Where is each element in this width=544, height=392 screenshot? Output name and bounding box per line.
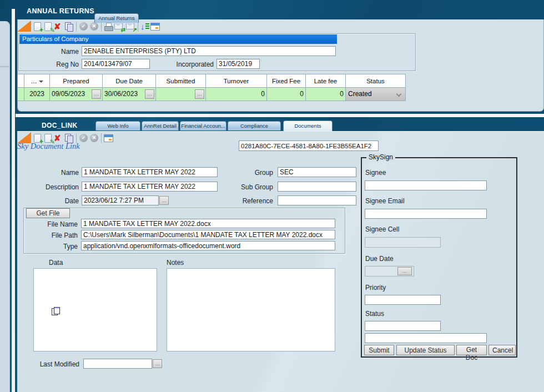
submitted-date-picker-button[interactable]: … [195, 89, 204, 99]
cancel-button[interactable]: Cancel [488, 345, 516, 355]
sub-group-field[interactable] [278, 182, 356, 192]
file-name-field[interactable] [81, 219, 335, 228]
signee-email-label: Signee Email [365, 197, 405, 205]
last-modified-label: Last Modified [18, 360, 79, 368]
company-name-field[interactable] [82, 46, 336, 56]
printer-icon [104, 26, 113, 31]
file-type-field[interactable] [81, 241, 335, 250]
tab-compliance[interactable]: Compliance [228, 121, 281, 130]
envelope-icon [126, 23, 134, 26]
last-modified-field[interactable] [83, 359, 152, 369]
skysign-due-date-picker-button[interactable]: … [397, 267, 412, 275]
show-form-button[interactable] [150, 21, 160, 32]
name-label: Name [18, 169, 79, 177]
priority-label: Priority [365, 284, 386, 292]
tab-annret-detail[interactable]: AnnRet Detail [142, 121, 179, 130]
skysign-status-field[interactable] [365, 321, 441, 331]
reg-no-field[interactable] [82, 59, 150, 69]
date-picker-button[interactable]: … [159, 196, 169, 205]
fold-corner-icon [17, 21, 31, 32]
date-field[interactable] [82, 195, 159, 205]
company-name-label: Name [17, 48, 79, 56]
priority-field[interactable] [365, 295, 441, 305]
grid-header-due-date[interactable]: Due Date [103, 74, 156, 88]
skysign-title: SkySign [366, 153, 395, 161]
date-label: Date [18, 197, 79, 205]
grid-header-status[interactable]: Status [346, 74, 406, 88]
edit-record-button[interactable]: ✎ [43, 21, 53, 32]
notes-box[interactable] [167, 268, 335, 351]
dock-panel-divider [0, 66, 9, 67]
x-circle-icon: ✕ [90, 22, 98, 31]
list-bars-icon [145, 23, 149, 24]
prepared-date-picker-button[interactable]: … [92, 89, 101, 99]
file-path-field[interactable] [81, 230, 335, 239]
delete-record-button[interactable]: ✘ [53, 21, 64, 32]
skysign-message-field[interactable] [365, 333, 487, 343]
delete-x-icon: ✘ [54, 21, 61, 32]
status-cell[interactable]: Created [346, 88, 406, 101]
collapsed-dock-panel[interactable] [0, 21, 10, 392]
paste-data-icon[interactable] [52, 307, 61, 316]
window-icon [104, 135, 113, 137]
grid-header-fixed-fee[interactable]: Fixed Fee [267, 74, 306, 88]
application-window: ANNUAL RETURNS Annual Returns + ✎ ✘ ✓ ✕ … [0, 0, 544, 392]
due-date-picker-button[interactable]: … [145, 89, 154, 99]
signee-cell-field[interactable] [365, 237, 441, 248]
description-field[interactable] [82, 182, 218, 192]
get-doc-button[interactable]: Get Doc [456, 345, 487, 355]
vertical-splitter[interactable] [12, 9, 15, 392]
grid-header-prepared[interactable]: Prepared [50, 74, 103, 88]
grid-header-late-fee[interactable]: Late fee [306, 74, 346, 88]
tab-financial-accounts[interactable]: Financial Accoun... [180, 121, 226, 130]
submitted-cell[interactable]: … [156, 88, 206, 101]
tab-web-info[interactable]: Web Info [95, 121, 140, 130]
row-selector-cell[interactable] [17, 88, 24, 101]
sort-descending-button[interactable]: ↓ [140, 21, 150, 32]
grid-header-turnover[interactable]: Turnover [206, 74, 267, 88]
show-form-button[interactable] [103, 133, 114, 143]
signee-email-field[interactable] [365, 209, 487, 219]
toolbar-separator [101, 133, 102, 143]
late-fee-cell[interactable]: 0 [306, 88, 346, 101]
copy-record-button[interactable] [64, 21, 74, 32]
submit-button[interactable]: Submit [364, 345, 394, 355]
last-modified-picker-button[interactable]: … [153, 359, 162, 368]
file-type-label: Type [22, 243, 78, 250]
update-status-button[interactable]: Update Status [396, 345, 455, 355]
prepared-cell[interactable]: 09/05/2023… [50, 88, 103, 101]
notes-label: Notes [167, 259, 184, 267]
signee-field[interactable] [365, 180, 487, 190]
due-date-value: 30/06/2023 [104, 90, 138, 98]
incorporated-field[interactable] [216, 59, 260, 69]
export-arrow-icon: ↗ [133, 27, 137, 33]
sync-arrows-icon: ⇄ [121, 27, 125, 33]
file-path-label: File Path [22, 232, 78, 239]
document-id-field[interactable] [239, 140, 379, 151]
due-date-cell[interactable]: 30/06/2023… [103, 88, 156, 101]
dropdown-chevron-icon[interactable] [396, 92, 402, 97]
grid-header-submitted[interactable]: Submitted [156, 74, 206, 88]
data-box[interactable] [33, 268, 157, 351]
toolbar-separator [101, 22, 102, 32]
year-cell[interactable]: 2023 [24, 88, 50, 101]
description-label: Description [18, 183, 79, 191]
fixed-fee-cell[interactable]: 0 [267, 88, 306, 101]
name-field[interactable] [82, 167, 218, 177]
window-icon [151, 23, 159, 26]
tab-documents[interactable]: Documents [283, 120, 333, 131]
get-file-button[interactable]: Get File [26, 208, 70, 218]
add-record-button[interactable]: + [32, 21, 43, 32]
approve-button[interactable]: ✓ [78, 21, 89, 32]
grid-header-filter[interactable]: … [24, 74, 50, 88]
status-value: Created [348, 90, 372, 98]
horizontal-splitter[interactable] [16, 114, 544, 117]
tab-annual-returns[interactable]: Annual Returns [94, 13, 139, 23]
toolbar-separator [138, 22, 138, 32]
reference-field[interactable] [278, 195, 356, 205]
group-field[interactable] [278, 167, 356, 177]
reject-button[interactable]: ✕ [89, 133, 99, 143]
skysign-status-label: Status [365, 310, 384, 318]
turnover-cell[interactable]: 0 [206, 88, 267, 101]
grid-corner-header [17, 74, 24, 88]
